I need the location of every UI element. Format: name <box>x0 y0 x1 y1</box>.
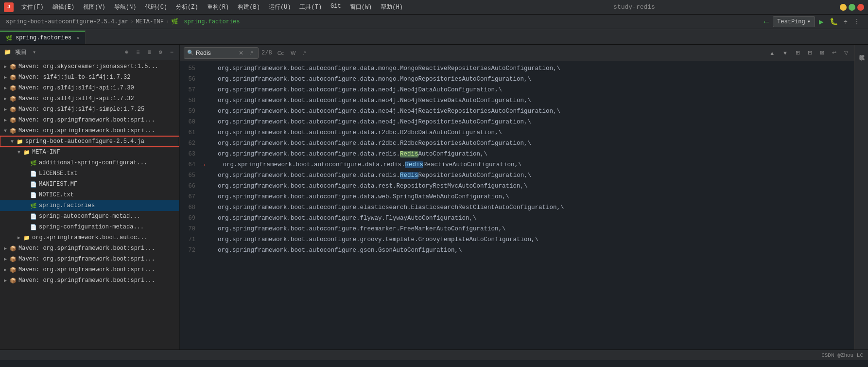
search-case-button[interactable]: Cc <box>275 49 286 57</box>
search-context-button[interactable]: ⊞ <box>793 49 802 57</box>
search-wrap-button[interactable]: ↩ <box>830 49 839 57</box>
sidebar-settings-icon[interactable]: ⚙ <box>157 48 164 57</box>
tree-item-16[interactable]: ▶ 📁 org.springframework.boot.autoc... <box>0 232 179 243</box>
tab-close-icon[interactable]: ✕ <box>76 35 79 41</box>
tree-item-13[interactable]: 🌿 spring.factories <box>0 200 179 211</box>
menu-file[interactable]: 文件(F) <box>17 2 48 12</box>
tree-item-label-10: LICENSE.txt <box>39 170 77 177</box>
tree-item-label-11: MANIFEST.MF <box>39 181 77 188</box>
menu-navigate[interactable]: 导航(N) <box>110 2 140 12</box>
code-line-69: 69 org.springframework.boot.autoconfigur… <box>180 213 854 224</box>
tree-item-label-15: spring-configuration-metada... <box>39 224 144 230</box>
line-content-71: org.springframework.boot.autoconfigure.g… <box>200 236 538 243</box>
tree-item-7[interactable]: ▼ 📁 spring-boot-autoconfigure-2.5.4.ja <box>0 136 179 147</box>
tree-item-3[interactable]: ▶ 📦 Maven: org.slf4j:slf4j-api:1.7.32 <box>0 93 179 104</box>
close-button[interactable] <box>857 4 864 11</box>
tree-item-label-2: Maven: org.slf4j:slf4j-api:1.7.30 <box>18 85 134 91</box>
search-icon: 🔍 <box>187 50 194 56</box>
sidebar-tool-2[interactable]: ≡ <box>134 48 141 57</box>
tree-item-9[interactable]: 🌿 additional-spring-configurat... <box>0 157 179 168</box>
tree-item-0[interactable]: ▶ 📦 Maven: org.skyscreamer:jsonassert:1.… <box>0 61 179 72</box>
breadcrumb-file[interactable]: 🌿 spring.factories <box>171 18 240 25</box>
line-content-57: org.springframework.boot.autoconfigure.d… <box>200 87 502 93</box>
debug-button[interactable]: 🐛 <box>828 17 840 27</box>
minimize-button[interactable] <box>840 4 847 11</box>
menu-edit[interactable]: 编辑(E) <box>49 2 79 12</box>
tree-item-19[interactable]: ▶ 📦 Maven: org.springframework.boot:spri… <box>0 264 179 275</box>
run-button[interactable]: ▶ <box>817 16 826 28</box>
tree-item-14[interactable]: 📄 spring-autoconfigure-metad... <box>0 211 179 222</box>
tree-item-5[interactable]: ▶ 📦 Maven: org.springframework.boot:spri… <box>0 115 179 125</box>
tree-item-icon-10: 📄 <box>30 171 37 177</box>
tree-item-8[interactable]: ▼ 📁 META-INF <box>0 147 179 157</box>
menu-window[interactable]: 窗口(W) <box>346 2 376 12</box>
tree-item-icon-15: 📄 <box>30 224 37 230</box>
tree-item-12[interactable]: 📄 NOTICE.txt <box>0 190 179 200</box>
search-next-button[interactable]: ▼ <box>780 49 790 57</box>
tree-item-10[interactable]: 📄 LICENSE.txt <box>0 168 179 179</box>
search-controls: Cc W .* <box>275 49 309 57</box>
tree-item-2[interactable]: ▶ 📦 Maven: org.slf4j:slf4j-api:1.7.30 <box>0 83 179 93</box>
search-input[interactable] <box>196 50 235 56</box>
search-prev-button[interactable]: ▲ <box>767 49 777 57</box>
window-controls <box>840 4 864 11</box>
menu-tools[interactable]: 工具(T) <box>295 2 326 12</box>
tree-item-icon-0: 📦 <box>10 64 17 70</box>
search-word-button[interactable]: W <box>288 49 298 57</box>
navigate-back-icon[interactable]: ← <box>762 16 771 28</box>
code-editor[interactable]: 55 org.springframework.boot.autoconfigur… <box>180 61 854 350</box>
menu-build[interactable]: 构建(B) <box>234 2 264 12</box>
menu-git[interactable]: Git <box>327 2 345 12</box>
tree-item-6[interactable]: ▼ 📦 Maven: org.springframework.boot:spri… <box>0 125 179 136</box>
search-filter-button[interactable]: ▽ <box>842 49 851 57</box>
tree-item-icon-7: 📁 <box>17 139 23 145</box>
title-bar: J 文件(F) 编辑(E) 视图(V) 导航(N) 代码(C) 分析(Z) 重构… <box>0 0 868 15</box>
tree-item-1[interactable]: ▶ 📦 Maven: slf4j:jul-to-slf4j:1.7.32 <box>0 72 179 83</box>
tree-item-18[interactable]: ▶ 📦 Maven: org.springframework.boot:spri… <box>0 254 179 264</box>
search-regex-button[interactable]: .* <box>247 49 255 57</box>
sidebar-close-icon[interactable]: − <box>168 48 175 57</box>
search-wildcard-button[interactable]: .* <box>300 49 308 57</box>
search-clear-button[interactable]: ✕ <box>237 49 245 57</box>
line-number-67: 67 <box>180 193 200 200</box>
sidebar-tool-3[interactable]: ≣ <box>145 48 153 57</box>
tree-item-15[interactable]: 📄 spring-configuration-metada... <box>0 222 179 232</box>
line-number-56: 56 <box>180 76 200 83</box>
line-number-65: 65 <box>180 172 200 179</box>
breadcrumb-metainf[interactable]: META-INF <box>136 18 164 25</box>
code-line-66: 66 org.springframework.boot.autoconfigur… <box>180 181 854 192</box>
menu-help[interactable]: 帮助(H) <box>377 2 407 12</box>
tree-item-4[interactable]: ▶ 📦 Maven: org.slf4j:slf4j-simple:1.7.25 <box>0 104 179 115</box>
search-expand-button[interactable]: ⊟ <box>805 49 815 57</box>
sidebar-title: 项目 <box>15 48 27 56</box>
menu-code[interactable]: 代码(C) <box>141 2 171 12</box>
line-number-58: 58 <box>180 97 200 104</box>
tree-item-17[interactable]: ▶ 📦 Maven: org.springframework.boot:spri… <box>0 243 179 254</box>
sidebar: 📁 项目 ▾ ⊕ ≡ ≣ ⚙ − ▶ 📦 Maven: org.skyscrea… <box>0 45 180 350</box>
search-collapse-button[interactable]: ⊠ <box>817 49 827 57</box>
code-line-70: 70 org.springframework.boot.autoconfigur… <box>180 224 854 234</box>
tree-item-label-0: Maven: org.skyscreamer:jsonassert:1.5... <box>18 63 158 70</box>
breadcrumb-jar[interactable]: spring-boot-autoconfigure-2.5.4.jar <box>6 18 128 25</box>
tree-item-20[interactable]: ▶ 📦 Maven: org.springframework.boot:spri… <box>0 275 179 286</box>
maximize-button[interactable] <box>849 4 855 11</box>
menu-view[interactable]: 视图(V) <box>79 2 109 12</box>
tree-item-label-4: Maven: org.slf4j:slf4j-simple:1.7.25 <box>18 106 144 113</box>
tree-item-label-19: Maven: org.springframework.boot:spri... <box>18 266 155 273</box>
tree-item-11[interactable]: 📄 MANIFEST.MF <box>0 179 179 190</box>
menu-analyze[interactable]: 分析(Z) <box>172 2 202 12</box>
menu-refactor[interactable]: 重构(R) <box>203 2 233 12</box>
line-number-71: 71 <box>180 236 200 243</box>
run-config-dropdown[interactable]: TestPing ▾ <box>773 16 815 27</box>
sidebar-tool-1[interactable]: ⊕ <box>123 48 130 57</box>
highlight-64: Redis <box>405 161 423 168</box>
coverage-button[interactable]: ☂ <box>842 17 850 27</box>
reading-mode-button[interactable]: 阅读模式 <box>857 47 866 54</box>
tree-arrow-5: ▶ <box>4 117 10 123</box>
sidebar-dropdown-icon[interactable]: ▾ <box>33 49 36 56</box>
line-number-68: 68 <box>180 204 200 211</box>
menu-run[interactable]: 运行(U) <box>265 2 295 12</box>
more-button[interactable]: ⋮ <box>851 17 862 27</box>
tree-item-label-20: Maven: org.springframework.boot:spri... <box>18 277 155 284</box>
tab-spring-factories[interactable]: 🌿 spring.factories ✕ <box>0 31 86 44</box>
